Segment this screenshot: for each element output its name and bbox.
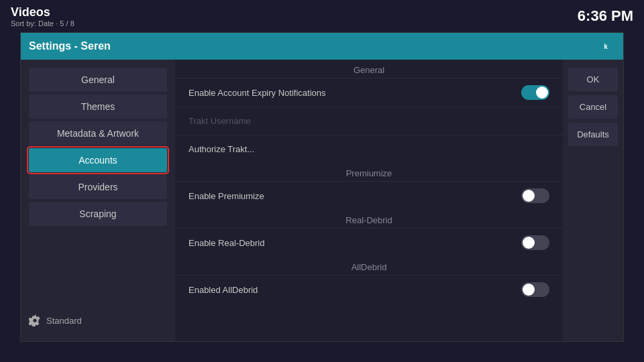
setting-enable-account-expiry[interactable]: Enable Account Expiry Notifications <box>175 78 563 107</box>
top-bar-info: Videos Sort by: Date · 5 / 8 <box>11 5 74 27</box>
setting-enable-real-debrid[interactable]: Enable Real-Debrid <box>175 228 563 257</box>
setting-label: Enable Account Expiry Notifications <box>189 88 521 98</box>
kodi-icon: k <box>596 37 615 56</box>
section-header-real-debrid: Real-Debrid <box>175 210 563 228</box>
sidebar-item-accounts[interactable]: Accounts <box>29 148 167 172</box>
top-bar-subtitle: Sort by: Date · 5 / 8 <box>11 19 74 27</box>
setting-label: Enable Real-Debrid <box>189 238 521 248</box>
setting-trakt-username: Trakt Username <box>175 107 563 135</box>
sidebar-item-providers[interactable]: Providers <box>29 175 167 199</box>
section-header-alldebrid: AllDebrid <box>175 257 563 275</box>
setting-enable-premiumize[interactable]: Enable Premiumize <box>175 181 563 210</box>
setting-label: Trakt Username <box>189 116 549 126</box>
sidebar-item-metadata[interactable]: Metadata & Artwork <box>29 121 167 145</box>
setting-label: Authorize Trakt... <box>189 144 549 154</box>
content-area[interactable]: General Enable Account Expiry Notificati… <box>175 60 563 341</box>
toggle-knob <box>523 237 535 249</box>
settings-dialog: Settings - Seren k General Themes Metada… <box>20 32 624 342</box>
ok-button[interactable]: OK <box>568 68 618 91</box>
sidebar: General Themes Metadata & Artwork Accoun… <box>21 60 175 341</box>
setting-enable-alldebrid[interactable]: Enabled AllDebrid <box>175 275 563 304</box>
dialog-title: Settings - Seren <box>29 40 111 52</box>
toggle-knob <box>523 284 535 296</box>
toggle-knob <box>536 86 548 99</box>
sidebar-footer: Standard <box>21 308 175 333</box>
setting-label: Enabled AllDebrid <box>189 285 521 295</box>
top-bar: Videos Sort by: Date · 5 / 8 6:36 PM <box>0 0 644 32</box>
defaults-button[interactable]: Defaults <box>568 123 618 146</box>
toggle-real-debrid[interactable] <box>521 235 549 250</box>
svg-text:k: k <box>604 43 608 50</box>
toggle-premiumize[interactable] <box>521 188 549 203</box>
sidebar-item-general[interactable]: General <box>29 68 167 92</box>
sidebar-footer-label: Standard <box>46 316 82 326</box>
dialog-header: Settings - Seren k <box>21 33 623 60</box>
clock: 6:36 PM <box>578 7 633 25</box>
toggle-knob <box>523 190 535 202</box>
top-bar-title: Videos <box>11 5 74 19</box>
setting-authorize-trakt[interactable]: Authorize Trakt... <box>175 135 563 163</box>
section-header-premiumize: Premiumize <box>175 163 563 181</box>
sidebar-item-themes[interactable]: Themes <box>29 95 167 119</box>
sidebar-item-scraping[interactable]: Scraping <box>29 202 167 226</box>
right-panel: OK Cancel Defaults <box>563 60 623 341</box>
cancel-button[interactable]: Cancel <box>568 95 618 119</box>
toggle-alldebrid[interactable] <box>521 282 549 297</box>
dialog-body: General Themes Metadata & Artwork Accoun… <box>21 60 623 341</box>
section-header-general: General <box>175 60 563 78</box>
gear-icon <box>29 314 41 326</box>
setting-label: Enable Premiumize <box>189 191 521 201</box>
toggle-account-expiry[interactable] <box>521 85 549 100</box>
